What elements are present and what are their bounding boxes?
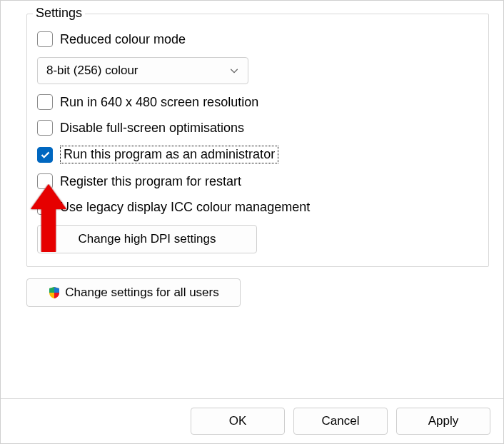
reduced-colour-row: Reduced colour mode <box>37 31 474 47</box>
apply-button[interactable]: Apply <box>396 408 490 435</box>
cancel-label: Cancel <box>322 414 360 428</box>
run-admin-checkbox[interactable] <box>37 147 53 163</box>
run-640-label: Run in 640 x 480 screen resolution <box>60 95 258 110</box>
change-all-users-button[interactable]: Change settings for all users <box>26 278 241 307</box>
shield-icon <box>48 286 61 299</box>
reduced-colour-label: Reduced colour mode <box>60 32 186 47</box>
register-restart-label: Register this program for restart <box>60 174 241 189</box>
change-dpi-button[interactable]: Change high DPI settings <box>37 225 257 253</box>
disable-fullscreen-checkbox[interactable] <box>37 120 53 136</box>
chevron-down-icon <box>229 66 239 76</box>
properties-window: Settings Reduced colour mode 8-bit (256)… <box>0 0 504 444</box>
disable-fullscreen-row: Disable full-screen optimisations <box>37 120 474 136</box>
checkmark-icon <box>41 151 50 158</box>
dialog-button-bar: OK Cancel Apply <box>1 398 503 443</box>
change-dpi-label: Change high DPI settings <box>79 232 216 246</box>
legacy-icc-row: Use legacy display ICC colour management <box>37 199 474 215</box>
legacy-icc-checkbox[interactable] <box>37 199 53 215</box>
apply-label: Apply <box>428 414 459 428</box>
cancel-button[interactable]: Cancel <box>293 408 388 435</box>
ok-button[interactable]: OK <box>191 408 285 435</box>
settings-group: Settings Reduced colour mode 8-bit (256)… <box>26 14 489 267</box>
register-restart-checkbox[interactable] <box>37 173 53 189</box>
colour-mode-select[interactable]: 8-bit (256) colour <box>37 57 248 84</box>
disable-fullscreen-label: Disable full-screen optimisations <box>60 121 244 136</box>
register-restart-row: Register this program for restart <box>37 173 474 189</box>
ok-label: OK <box>229 414 247 428</box>
run-640-checkbox[interactable] <box>37 94 53 110</box>
run-admin-label: Run this program as an administrator <box>60 146 278 163</box>
run-640-row: Run in 640 x 480 screen resolution <box>37 94 474 110</box>
legacy-icc-label: Use legacy display ICC colour management <box>60 200 310 215</box>
group-title: Settings <box>33 6 85 21</box>
colour-mode-value: 8-bit (256) colour <box>46 64 138 78</box>
run-admin-row: Run this program as an administrator <box>37 146 474 163</box>
change-all-users-label: Change settings for all users <box>65 286 218 300</box>
reduced-colour-checkbox[interactable] <box>37 31 53 47</box>
